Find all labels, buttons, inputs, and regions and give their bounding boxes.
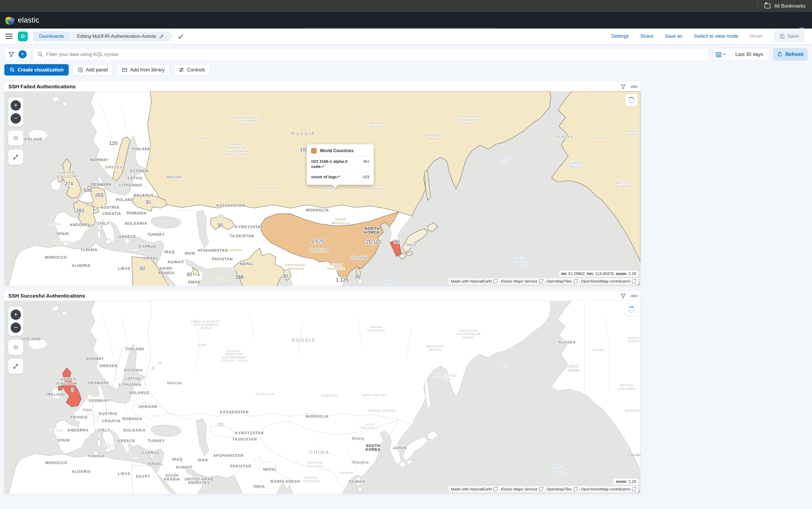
breadcrumb-dashboards[interactable]: Dashboards — [33, 31, 72, 42]
map-label: KOREA — [366, 447, 380, 452]
map-label: KUWAIT — [168, 260, 184, 264]
filter-funnel-icon[interactable] — [8, 52, 14, 57]
filter-controls: + — [4, 48, 31, 61]
add-panel-button[interactable]: Add panel — [73, 64, 113, 75]
map-label: LIBYA — [118, 472, 131, 476]
map-canvas-successful[interactable]: ICELANDNORWAYSWEDENFINLANDESTONIALATVIAL… — [4, 301, 640, 494]
panel-filter-icon[interactable] — [621, 293, 626, 299]
country-ni[interactable] — [58, 386, 63, 391]
attribution-link[interactable]: Elastic Maps Service — [501, 487, 538, 491]
all-bookmarks-button[interactable]: All Bookmarks — [774, 3, 806, 9]
attribution-link[interactable]: OpenMapTiles — [546, 487, 572, 491]
map-attribution[interactable]: Made with NaturalEarth, Elastic Maps Ser… — [449, 278, 638, 284]
bookmarks-folder-icon — [765, 3, 770, 8]
time-range-button[interactable]: Last 30 days — [730, 48, 769, 60]
map-label: NORTH — [627, 130, 639, 133]
dashboard-toolbar: D Dashboards Editing MyDFIR-Authenticati… — [0, 29, 812, 44]
settings-link[interactable]: Settings — [611, 33, 629, 39]
map-count-label: 25,110 — [366, 239, 381, 245]
map-label: REGION — [428, 348, 442, 351]
breadcrumb-current[interactable]: Editing MyDFIR-Authentication-Activity — [69, 31, 173, 42]
attribution-link[interactable]: Elastic Maps Service — [501, 279, 538, 283]
map-label: Alaska — [569, 164, 581, 169]
refresh-label: Refresh — [785, 52, 804, 57]
map-label: KAZAKHSTAN — [216, 203, 245, 208]
map-label: PROVINCE — [306, 465, 324, 468]
map-label: INDIA — [253, 484, 265, 488]
menu-hamburger-icon[interactable] — [5, 34, 12, 39]
map-island — [546, 394, 548, 396]
attribution-link[interactable]: OpenMapTiles — [546, 279, 572, 283]
external-link-icon — [539, 487, 543, 491]
fit-to-bounds-button[interactable] — [8, 340, 23, 355]
map-label: AMUR OBLAST — [361, 187, 386, 191]
choropleth-map-successful[interactable]: ICELANDNORWAYSWEDENFINLANDESTONIALATVIAL… — [4, 301, 640, 494]
attribution-link[interactable]: OpenStreetMap contributors — [581, 487, 630, 491]
panel-options-icon[interactable] — [631, 293, 637, 299]
attribution-link[interactable]: NaturalEarth — [470, 279, 492, 283]
map-label: CROATIA — [102, 419, 121, 423]
map-attribution[interactable]: Made with NaturalEarth, Elastic Maps Ser… — [449, 486, 638, 492]
map-label: MAGADAN — [426, 345, 443, 348]
zoom-out-button[interactable]: − — [10, 113, 21, 124]
time-picker-calendar-button[interactable] — [713, 48, 730, 60]
refresh-button[interactable]: Refresh — [773, 48, 808, 61]
choropleth-map-failed[interactable]: ICELANDFINLANDNORWAYSWEDENESTONIALATVIAL… — [4, 91, 640, 286]
link-icon[interactable] — [321, 164, 325, 169]
panel-options-icon[interactable] — [631, 84, 637, 90]
map-label: INNER — [335, 218, 346, 221]
create-visualization-button[interactable]: Create visualization — [4, 64, 69, 75]
map-landmass — [132, 457, 139, 460]
panel-filter-icon[interactable] — [621, 84, 626, 90]
map-label: Shanghai — [352, 460, 369, 465]
map-label: BANGLADESH — [270, 479, 300, 483]
panel-resize-handle[interactable] — [636, 490, 639, 493]
map-label: RAJASTHAN — [218, 267, 238, 270]
map-label: AUSTRIA — [99, 411, 117, 416]
space-badge[interactable]: D — [18, 32, 28, 41]
share-link[interactable]: Share — [640, 33, 654, 39]
map-label: KUWAIT — [176, 465, 192, 469]
map-landmass — [97, 231, 101, 238]
add-from-library-button[interactable]: Add from library — [117, 64, 170, 75]
map-label: OKRUG — [200, 327, 213, 330]
map-label: ARABIA — [158, 271, 174, 275]
map-label: Alaska — [567, 368, 579, 372]
map-label: AFGHANISTAN — [213, 453, 244, 457]
elastic-brand[interactable]: elastic — [5, 15, 39, 25]
map-tooltip: World Countries ISO 3166-1 alpha-2 code … — [307, 144, 374, 185]
save-button[interactable]: Save — [774, 31, 804, 42]
panel-title[interactable]: SSH Failed Authentications — [8, 84, 75, 90]
draw-tool-button[interactable] — [8, 149, 23, 165]
panel-resize-handle[interactable] — [636, 282, 639, 285]
reset-link[interactable]: Reset — [750, 33, 763, 39]
map-label: LADAKH — [228, 248, 242, 252]
map-canvas-failed[interactable]: ICELANDFINLANDNORWAYSWEDENESTONIALATVIAL… — [4, 91, 640, 286]
save-as-link[interactable]: Save as — [665, 33, 682, 39]
switch-view-mode-link[interactable]: Switch to view mode — [694, 33, 738, 39]
zoom-in-button[interactable]: + — [10, 309, 21, 320]
map-loading-indicator — [625, 94, 638, 106]
map-label: CHINA — [310, 247, 330, 253]
map-label: Paris — [82, 408, 92, 412]
attribution-link[interactable]: OpenStreetMap contributors — [581, 279, 630, 283]
map-label: CHINA — [309, 449, 330, 455]
zoom-in-button[interactable]: + — [10, 100, 21, 111]
map-label: OKRUG – UGRA — [223, 153, 250, 156]
map-label: TAJIKISTAN — [232, 437, 257, 442]
map-label: Moscow — [166, 174, 181, 179]
attribution-link[interactable]: NaturalEarth — [470, 487, 492, 491]
draw-tool-button[interactable] — [8, 359, 23, 374]
map-label: BELARUS — [129, 391, 149, 395]
panel-title[interactable]: SSH Succesful Authentications — [8, 293, 85, 299]
add-filter-button[interactable]: + — [19, 50, 27, 59]
map-count-label: 30 — [145, 199, 151, 205]
fit-to-bounds-button[interactable] — [8, 130, 23, 146]
zoom-out-button[interactable]: − — [10, 323, 21, 333]
edit-toolbar: Create visualization Add panel Add from … — [4, 64, 210, 75]
map-label: YAMALO-NENETS — [233, 116, 262, 119]
panel-ssh-successful-auth: SSH Succesful Authentications ICELANDNOR… — [4, 290, 641, 494]
controls-button[interactable]: Controls — [174, 64, 210, 75]
kql-query-input[interactable] — [46, 52, 704, 57]
map-label: GUJARAT — [216, 278, 232, 281]
